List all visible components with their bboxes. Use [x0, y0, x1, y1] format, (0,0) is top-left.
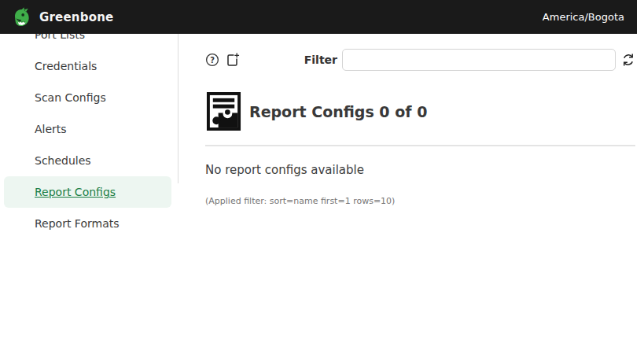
content-divider — [205, 145, 635, 146]
sidebar-item-label: Report Configs — [35, 186, 116, 198]
empty-message: No report configs available — [205, 163, 635, 177]
filter-group: Filter — [304, 49, 635, 71]
page-heading: Report Configs 0 of 0 — [205, 92, 635, 131]
sidebar-item-alerts[interactable]: Alerts — [4, 113, 171, 145]
toolbar: ? Filter — [205, 49, 635, 71]
applied-filter-text: (Applied filter: sort=name first=1 rows=… — [205, 196, 635, 206]
sidebar-item-label: Alerts — [35, 123, 67, 135]
sidebar-item-report-formats[interactable]: Report Formats — [4, 208, 171, 239]
page-title: Report Configs 0 of 0 — [249, 103, 427, 120]
sidebar-item-scan-configs[interactable]: Scan Configs — [4, 82, 171, 113]
sidebar-item-report-configs[interactable]: Report Configs — [4, 176, 171, 208]
page: Port Lists Credentials Scan Configs Aler… — [0, 0, 644, 362]
sidebar-item-label: Schedules — [35, 154, 91, 167]
filter-input[interactable] — [342, 49, 616, 71]
svg-text:?: ? — [210, 56, 215, 65]
main-content: ? Filter — [205, 34, 635, 206]
app-header: Greenbone America/Bogota — [0, 0, 637, 34]
brand-logo[interactable]: Greenbone — [10, 6, 113, 29]
sidebar-item-label: Report Formats — [35, 217, 120, 230]
sidebar-item-label: Scan Configs — [35, 91, 106, 104]
sidebar-divider — [178, 34, 178, 183]
sidebar-menu: Port Lists Credentials Scan Configs Aler… — [0, 19, 178, 239]
sidebar-item-label: Credentials — [35, 60, 97, 72]
new-report-config-icon[interactable] — [225, 53, 240, 68]
refresh-icon[interactable] — [621, 53, 635, 67]
report-configs-icon — [205, 92, 242, 131]
timezone-label: America/Bogota — [543, 11, 624, 23]
brand-name: Greenbone — [39, 10, 113, 24]
filter-label: Filter — [304, 54, 337, 66]
greenbone-dragon-icon — [10, 6, 32, 29]
sidebar-item-schedules[interactable]: Schedules — [4, 145, 171, 176]
toolbar-icons: ? — [205, 53, 240, 68]
sidebar-item-credentials[interactable]: Credentials — [4, 50, 171, 82]
help-icon[interactable]: ? — [205, 53, 219, 67]
